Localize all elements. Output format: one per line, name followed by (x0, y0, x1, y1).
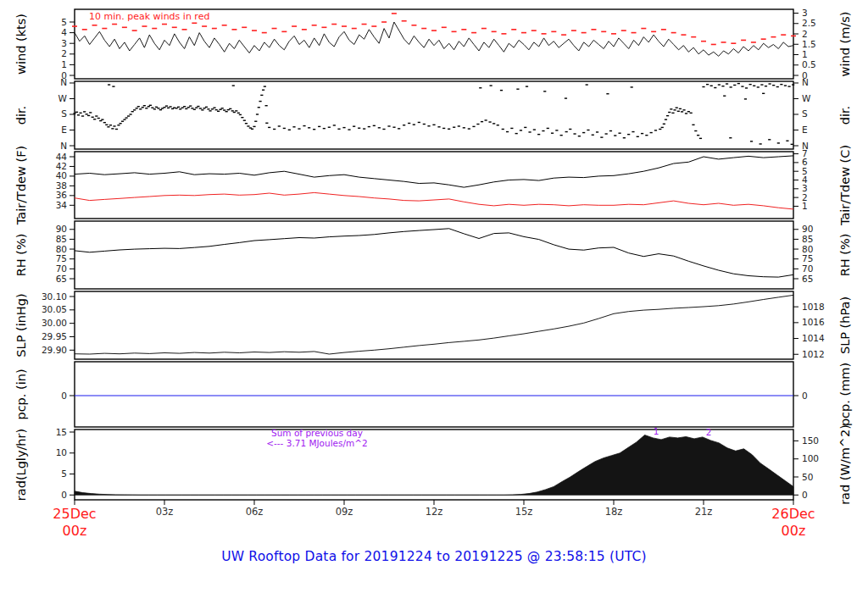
y-tick-label-left: 2 (61, 48, 67, 58)
axis-label-slp-left: SLP (inHg) (14, 293, 28, 357)
panel-wind: 01234500.511.522.53wind (kts)wind (m/s)1… (14, 8, 852, 80)
wind-direction-points-dash (641, 133, 643, 134)
y-tick-label-left: W (58, 93, 68, 103)
axis-label-pcp-right: pcp. (mm) (838, 363, 852, 426)
wind-direction-points-dash (139, 108, 142, 109)
wind-direction-points-dash (169, 106, 171, 107)
wind-direction-points-dash (163, 107, 165, 108)
panel-rh-border (75, 221, 793, 289)
panel-rad: 151050150100500rad(Lgly/hr)rad (W/m^2)Su… (14, 424, 852, 505)
wind-direction-points-dash (706, 84, 709, 85)
wind-direction-points-dash (303, 125, 305, 126)
wind-direction-points-dash (109, 125, 112, 125)
wind-direction-points-dash (618, 132, 620, 133)
wind-direction-points-dash (448, 129, 450, 130)
x-tick-label: 26Dec (771, 506, 815, 522)
wind-direction-points-dash (631, 86, 633, 87)
rad-sum-annotation: <--- 3.71 MJoules/m^2 (266, 438, 368, 448)
wind-direction-points-dash (729, 137, 732, 138)
wind-direction-points-dash (171, 108, 174, 109)
wind-direction-points-dash (213, 107, 215, 108)
wind-direction-points-dash (337, 129, 340, 130)
wind-direction-points-dash (777, 142, 780, 143)
axis-label-dir-right: dir. (838, 106, 852, 125)
axis-label-pcp-left: pcp. (in) (14, 369, 28, 419)
wind-direction-points-dash (229, 108, 231, 109)
wind-direction-points-dash (265, 105, 268, 106)
y-tick-label-left: S (61, 108, 67, 119)
wind-direction-points-dash (606, 93, 609, 94)
wind-direction-points-dash (676, 107, 678, 108)
panel-temp-border (75, 152, 793, 219)
wind-direction-points-dash (791, 144, 793, 145)
x-tick-label: 06z (246, 506, 264, 518)
wind-direction-points-dash (565, 97, 567, 98)
wind-direction-points-dash (714, 87, 716, 88)
wind-direction-points-dash (744, 98, 747, 99)
wind-direction-points-dash (318, 126, 320, 127)
wind-direction-points-dash (149, 105, 152, 106)
y-tick-label-right: 70 (802, 263, 813, 274)
wind-direction-points-dash (578, 136, 581, 136)
panel-slp: 30.1030.0530.0029.9529.90101810161014101… (14, 291, 852, 360)
rad-peak-marker-1: 1 (654, 426, 659, 436)
wind-direction-points-dash (542, 130, 544, 131)
wind-direction-points-dash (378, 127, 381, 128)
wind-direction-points-dash (560, 135, 563, 136)
y-tick-label-left: 44 (56, 152, 68, 162)
wind-direction-points-dash (288, 130, 291, 130)
axis-label-rh-left: RH (%) (14, 234, 28, 277)
wind-direction-points-dash (792, 84, 794, 85)
wind-direction-points-dash (398, 128, 400, 129)
wind-direction-points-dash (143, 105, 146, 106)
wind-direction-points-dash (136, 108, 138, 108)
wind-direction-points-dash (181, 107, 184, 108)
wind-direction-points-dash (239, 114, 242, 115)
wind-direction-points-dash (237, 113, 240, 114)
wind-direction-points-dash (165, 105, 168, 106)
wind-direction-points-dash (251, 129, 253, 130)
tair-trace (75, 156, 793, 187)
wind-direction-points-dash (627, 134, 630, 135)
x-tick-label: 12z (426, 506, 443, 518)
wind-direction-points-dash (195, 107, 198, 108)
wind-direction-points-dash (547, 128, 549, 129)
y-tick-label-right: E (802, 125, 808, 135)
wind-direction-points-dash (663, 124, 665, 125)
y-tick-label-left: 90 (56, 224, 67, 234)
wind-direction-points-dash (79, 113, 81, 114)
wind-direction-points-dash (103, 122, 106, 123)
wind-direction-points-dash (121, 121, 124, 122)
wind-direction-points-dash (155, 107, 158, 108)
wind-direction-points-dash (776, 86, 779, 87)
y-tick-label-left: 5 (61, 468, 67, 479)
y-tick-label-left: 85 (56, 234, 67, 244)
slp-trace (75, 295, 793, 354)
wind-direction-points-dash (243, 119, 246, 120)
wind-direction-points-dash (99, 120, 102, 121)
wind-direction-points-dash (749, 84, 752, 85)
wind-direction-points-dash (92, 117, 94, 118)
wind-direction-points-dash (772, 85, 775, 86)
wind-direction-points-dash (125, 117, 128, 118)
wind-direction-points-dash (479, 87, 481, 88)
y-tick-label-right: N (802, 77, 809, 87)
wind-direction-points-dash (199, 108, 202, 108)
y-tick-label-left: 38 (56, 180, 67, 191)
y-tick-label-left: 1 (61, 59, 67, 69)
wind-direction-points-dash (108, 84, 110, 85)
wind-direction-points-dash (83, 111, 86, 112)
wind-direction-points-dash (741, 86, 743, 86)
wind-direction-points-dash (668, 112, 670, 113)
wind-direction-points-dash (112, 86, 114, 86)
wind-direction-points-dash (93, 119, 96, 119)
y-tick-label-right: 1018 (802, 302, 825, 312)
wind-direction-points-dash (786, 141, 788, 141)
wind-direction-points-dash (408, 123, 410, 124)
wind-direction-points-dash (661, 127, 664, 128)
y-tick-label-left: 75 (56, 253, 67, 263)
wind-direction-points-dash (392, 127, 395, 128)
wind-direction-points-dash (161, 108, 164, 108)
wind-direction-points-dash (283, 128, 286, 129)
y-tick-label-right: 90 (802, 224, 813, 234)
